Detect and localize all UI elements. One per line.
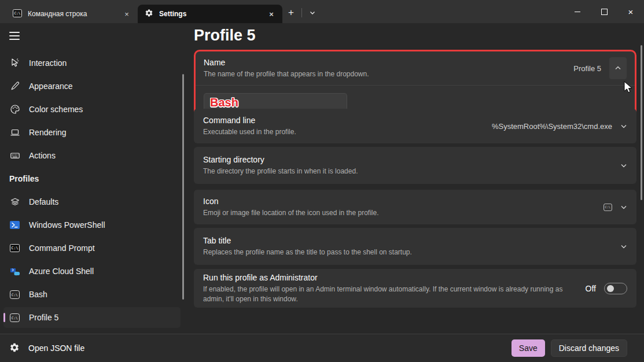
sidebar-item-label: Profile 5 [29,313,58,322]
terminal-window-icon: C:\ [9,290,20,299]
sidebar-item-label: Appearance [29,82,73,91]
profile-icon-preview: C:\ [603,204,612,211]
tab-bar-divider [301,8,302,17]
sidebar-item-rendering[interactable]: Rendering [0,121,185,144]
open-json-file-button[interactable]: Open JSON file [9,342,84,354]
setting-title: Command line [203,116,296,125]
sidebar-item-label: Windows PowerShell [29,220,105,230]
sidebar-item-appearance[interactable]: Appearance [0,75,185,98]
command-line-text: Command line Executable used in the prof… [203,116,296,137]
sidebar-scrollbar[interactable] [182,74,184,300]
open-json-label: Open JSON file [28,343,84,353]
svg-text:C:\: C:\ [12,315,18,319]
gear-icon [9,342,20,354]
layers-icon [9,197,20,207]
tab-dropdown-button[interactable] [304,5,321,21]
hamburger-menu-icon[interactable] [9,32,20,40]
sidebar-item-profile-5[interactable]: C:\ Profile 5 [3,307,181,328]
setting-title: Starting directory [203,155,358,164]
setting-description: The name of the profile that appears in … [204,69,369,79]
setting-title: Run this profile as Administrator [203,273,578,282]
admin-toggle-switch[interactable] [604,283,627,294]
setting-title: Icon [203,197,379,206]
sidebar-item-label: Command Prompt [29,243,95,253]
tab-label: Settings [159,10,186,18]
name-setting-header[interactable]: Name The name of the profile that appear… [196,51,635,85]
sidebar-item-label: Azure Cloud Shell [29,267,94,276]
sidebar-item-actions[interactable]: Actions [0,144,185,167]
titlebar: C:\ Командная строка × Settings × + × [0,0,644,23]
command-line-setting-row[interactable]: Command line Executable used in the prof… [194,109,636,143]
settings-sidebar: Interaction Appearance Color schemes Ren… [0,23,185,334]
sidebar-item-windows-powershell[interactable]: Windows PowerShell [0,213,185,237]
page-title: Profile 5 [194,27,256,45]
collapse-button[interactable] [609,57,627,79]
setting-value: %SystemRoot%\System32\cmd.exe [492,122,612,131]
sidebar-item-label: Interaction [29,58,67,68]
sidebar-item-label: Defaults [29,197,58,206]
settings-footer: Open JSON file Save Discard changes [0,334,644,362]
svg-text:C:\: C:\ [605,205,610,209]
sidebar-item-command-prompt[interactable]: C:\ Command Prompt [0,237,185,260]
svg-text:C:\: C:\ [12,292,18,296]
sidebar-item-label: Rendering [29,128,67,137]
sidebar-item-color-schemes[interactable]: Color schemes [0,98,185,121]
sidebar-item-bash[interactable]: C:\ Bash [0,283,185,306]
new-tab-button[interactable]: + [282,5,300,21]
gear-icon [145,9,153,19]
chevron-down-icon[interactable] [620,123,627,130]
settings-content: Profile 5 Name The name of the profile t… [185,23,644,334]
close-button[interactable]: × [617,0,644,23]
tab-title-setting-row[interactable]: Tab title Replaces the profile name as t… [194,228,636,265]
chevron-down-icon[interactable] [620,162,627,169]
tab-title-text: Tab title Replaces the profile name as t… [203,236,412,257]
chevron-down-icon[interactable] [620,204,627,210]
palette-icon [9,104,20,114]
setting-description: The directory the profile starts in when… [203,167,358,176]
svg-text:C:\: C:\ [12,246,19,250]
tab-settings[interactable]: Settings × [138,5,282,23]
maximize-button[interactable] [591,0,617,23]
setting-description: Emoji or image file location of the icon… [203,208,379,218]
sidebar-nav: Interaction Appearance Color schemes Ren… [0,51,185,329]
profiles-section-header: Profiles [0,167,185,190]
setting-title: Tab title [203,236,412,245]
sidebar-item-azure-cloud-shell[interactable]: Azure Cloud Shell [0,260,185,283]
tab-close-icon[interactable]: × [265,8,278,20]
azure-cloud-icon [9,267,20,276]
icon-setting-text: Icon Emoji or image file location of the… [203,197,379,218]
interaction-icon [9,58,20,68]
powershell-icon [9,221,20,229]
admin-setting-text: Run this profile as Administrator If ena… [203,273,578,304]
setting-description: Replaces the profile name as the title t… [203,248,412,257]
setting-title: Name [204,58,369,67]
terminal-settings-window: C:\ Командная строка × Settings × + × [0,0,644,362]
sidebar-item-defaults[interactable]: Defaults [0,190,185,213]
tab-close-icon[interactable]: × [120,8,133,20]
minimize-button[interactable] [564,0,591,23]
sidebar-item-label: Bash [29,290,47,299]
starting-directory-text: Starting directory The directory the pro… [203,155,358,176]
paintbrush-icon [9,81,20,91]
setting-description: If enabled, the profile will open in an … [203,285,578,304]
monitor-icon [9,127,20,138]
cmd-window-icon: C:\ [9,244,20,252]
starting-directory-setting-row[interactable]: Starting directory The directory the pro… [194,147,636,184]
icon-setting-row[interactable]: Icon Emoji or image file location of the… [194,190,636,224]
sidebar-item-label: Actions [29,151,56,160]
content-scrollbar[interactable] [641,45,642,200]
toggle-state-label: Off [586,284,596,293]
svg-text:C:\: C:\ [14,10,21,14]
chevron-up-icon [614,65,621,72]
setting-description: Executable used in the profile. [203,127,296,137]
sidebar-item-interaction[interactable]: Interaction [0,51,185,75]
admin-setting-row: Run this profile as Administrator If ena… [194,269,636,308]
window-controls: × [564,0,644,23]
discard-changes-button[interactable]: Discard changes [551,339,627,357]
chevron-down-icon[interactable] [620,243,627,250]
setting-value: Profile 5 [573,64,601,73]
save-button[interactable]: Save [511,339,545,357]
name-setting-text: Name The name of the profile that appear… [204,58,369,79]
tab-command-prompt[interactable]: C:\ Командная строка × [6,5,138,23]
terminal-window-icon: C:\ [9,313,20,322]
